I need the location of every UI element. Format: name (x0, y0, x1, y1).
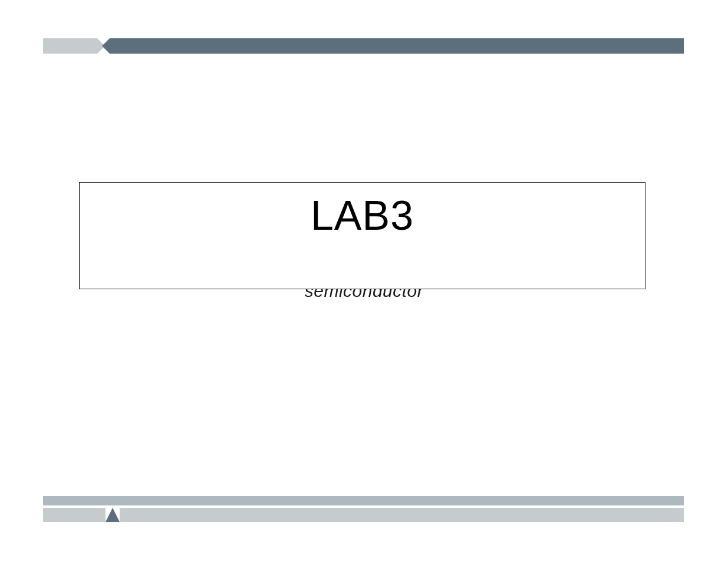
footer-bar-top (43, 496, 684, 505)
header-arrow-right (102, 38, 110, 54)
slide-title: LAB3 (311, 192, 414, 239)
header-bar-right (110, 38, 684, 54)
footer-bar-right (120, 508, 684, 522)
footer-triangle (106, 508, 120, 522)
footer-decoration (43, 496, 684, 522)
footer-bar-left (43, 508, 106, 522)
header-decoration (43, 38, 684, 54)
title-container: LAB3 (79, 182, 645, 289)
header-bar-left (43, 38, 97, 54)
